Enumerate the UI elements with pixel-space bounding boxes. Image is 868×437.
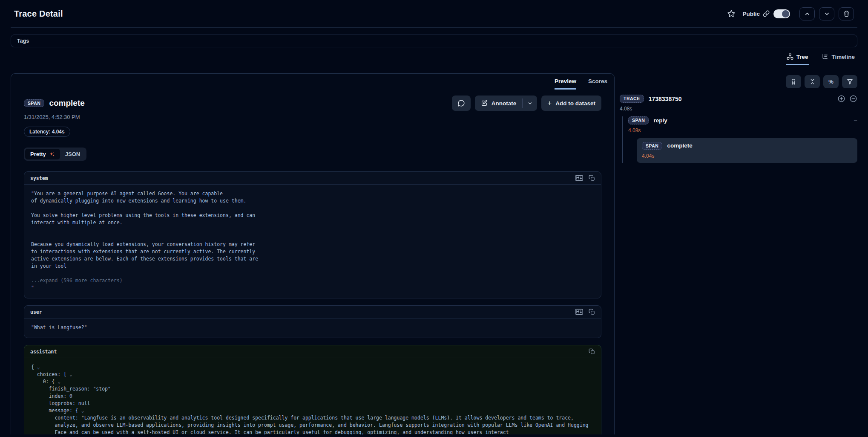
trace-children: SPAN reply − 4.08s SPAN complete 4.04s	[622, 116, 857, 163]
annotate-split-button: Annotate	[475, 96, 537, 111]
span-type-badge: SPAN	[24, 99, 44, 107]
percent-icon: %	[828, 78, 834, 85]
tree-node-reply[interactable]: SPAN reply −	[628, 116, 857, 124]
zoom-in-circle-icon[interactable]	[837, 95, 845, 103]
copy-icon[interactable]	[589, 309, 595, 315]
tags-label: Tags	[17, 38, 29, 44]
assistant-json-tree[interactable]: { ⌄ choices: [ ⌄ 0: { ⌄ finish_reason: "…	[31, 364, 594, 414]
sparkles-icon	[49, 151, 55, 157]
complete-span-duration: 4.04s	[642, 153, 852, 159]
annotate-label: Annotate	[491, 100, 517, 107]
system-closing-quote: "	[31, 284, 594, 292]
trace-name: 1738338750	[649, 96, 682, 102]
tab-scores[interactable]: Scores	[588, 78, 607, 90]
show-scores-button[interactable]	[786, 75, 801, 88]
page-title: Trace Detail	[14, 9, 63, 19]
markdown-toggle-icon[interactable]	[575, 175, 583, 181]
message-panel-assistant: assistant { ⌄ choices: [ ⌄ 0: { ⌄ finish…	[24, 345, 601, 434]
header-actions: Public	[727, 7, 854, 20]
system-message-body: "You are a general purpose AI agent call…	[24, 185, 601, 298]
system-expand-link[interactable]: ...expand (596 more characters)	[31, 277, 594, 284]
public-sharing-toggle[interactable]	[773, 9, 790, 18]
chevron-up-icon	[804, 11, 811, 17]
tab-tree-label: Tree	[796, 54, 808, 60]
user-message-text: "What is Langfuse?"	[31, 324, 594, 331]
zoom-out-circle-icon[interactable]	[849, 95, 857, 103]
timeline-view-icon	[822, 53, 828, 60]
collapse-node-button[interactable]: −	[854, 117, 857, 124]
markdown-toggle-icon[interactable]	[575, 309, 583, 315]
system-message-text: "You are a general purpose AI agent call…	[31, 190, 594, 270]
trace-detail-page: Trace Detail Public	[0, 0, 868, 437]
reply-span-name: reply	[653, 117, 667, 124]
show-percentages-button[interactable]: %	[823, 75, 839, 88]
reply-children: SPAN complete 4.04s	[631, 138, 857, 163]
span-title-group: SPAN complete	[24, 98, 85, 108]
next-trace-button[interactable]	[819, 7, 834, 20]
filter-funnel-icon	[847, 78, 853, 85]
span-type-badge: SPAN	[628, 116, 649, 124]
delete-trace-button[interactable]	[839, 7, 854, 20]
user-header-icons	[575, 309, 595, 315]
tree-node-complete-selected[interactable]: SPAN complete 4.04s	[637, 138, 857, 163]
user-panel-header: user	[24, 306, 601, 318]
tree-toolbar: %	[620, 75, 857, 88]
chevrons-collapse-icon	[809, 78, 816, 85]
format-pretty-option[interactable]: Pretty	[25, 149, 60, 159]
copy-icon[interactable]	[589, 175, 595, 181]
tags-box[interactable]: Tags	[11, 35, 857, 47]
pretty-label: Pretty	[30, 151, 46, 157]
message-panel-user: user	[24, 305, 601, 338]
add-to-dataset-label: Add to dataset	[555, 100, 595, 107]
previous-trace-button[interactable]	[799, 7, 815, 20]
system-panel-header: system	[24, 172, 601, 185]
assistant-role-label: assistant	[30, 349, 57, 355]
comment-button[interactable]	[452, 96, 471, 111]
add-to-dataset-button[interactable]: + Add to dataset	[541, 96, 601, 111]
tree-zoom-controls	[837, 95, 857, 103]
trace-type-badge: TRACE	[620, 95, 644, 103]
tab-timeline[interactable]: Timeline	[821, 52, 856, 65]
tree-view-icon	[787, 53, 793, 60]
span-type-badge: SPAN	[642, 142, 662, 150]
tree-node-trace[interactable]: TRACE 1738338750	[620, 95, 857, 103]
detail-body: SPAN complete	[11, 90, 614, 434]
complete-span-name: complete	[667, 142, 692, 149]
latency-badge: Latency: 4.04s	[24, 127, 70, 137]
span-timestamp: 1/31/2025, 4:52:30 PM	[24, 114, 601, 120]
pencil-square-icon	[481, 100, 488, 107]
filter-button[interactable]	[842, 75, 857, 88]
trace-duration: 4.08s	[620, 106, 857, 112]
assistant-panel-header: assistant	[24, 345, 601, 358]
public-label: Public	[742, 11, 760, 17]
chevron-down-icon	[824, 11, 830, 17]
reply-span-duration: 4.08s	[628, 127, 857, 133]
copy-icon[interactable]	[589, 348, 595, 355]
user-message-body: "What is Langfuse?"	[24, 318, 601, 338]
main-content: Preview Scores SPAN complete	[11, 73, 857, 434]
annotate-button[interactable]: Annotate	[475, 96, 523, 111]
bookmark-star-icon[interactable]	[727, 9, 736, 18]
collapse-all-button[interactable]	[805, 75, 820, 88]
toggle-knob	[782, 10, 789, 17]
span-actions: Annotate + Add to dataset	[452, 96, 601, 111]
view-tabs: Tree Timeline	[11, 52, 857, 65]
span-header-row: SPAN complete	[24, 96, 601, 111]
chevron-down-icon	[527, 101, 533, 106]
annotate-dropdown-button[interactable]	[523, 96, 537, 111]
page-header: Trace Detail Public	[0, 0, 868, 27]
tab-timeline-label: Timeline	[831, 54, 855, 60]
nav-button-group	[799, 7, 854, 20]
user-role-label: user	[30, 309, 42, 315]
tab-preview[interactable]: Preview	[555, 78, 576, 90]
assistant-header-icons	[589, 348, 595, 355]
share-link-icon[interactable]	[763, 10, 770, 17]
trash-icon	[843, 10, 850, 17]
format-json-option[interactable]: JSON	[60, 149, 85, 159]
format-toggle: Pretty JSON	[24, 148, 86, 161]
tab-tree[interactable]: Tree	[786, 52, 809, 65]
comment-bubble-icon	[457, 99, 465, 107]
assistant-content-text: content: "Langfuse is an observability a…	[31, 414, 594, 434]
plus-icon: +	[547, 99, 552, 107]
system-header-icons	[575, 175, 595, 181]
